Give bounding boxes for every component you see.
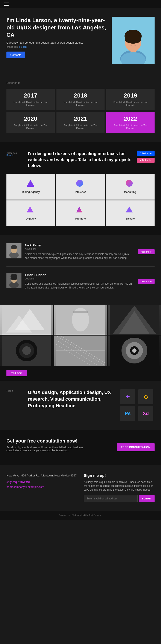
read-more-nick-button[interactable]: read more — [138, 249, 154, 254]
gallery-section: read more — [0, 304, 161, 381]
footer-phone: +1(505) 556-9999 — [6, 480, 77, 484]
influence-icon — [76, 180, 85, 188]
project-name: Rising Agency — [22, 190, 40, 194]
project-elevate[interactable]: Elevate — [106, 200, 154, 226]
testimonial-text: Article evident arrived express highest … — [25, 252, 132, 260]
free-consultation-button[interactable]: FREE CONSULTATION — [117, 443, 155, 451]
hero-title: I'm Linda Larson, a twenty-nine-year-old… — [6, 17, 107, 38]
bottom-bar: Sample text. Click to select the Text El… — [0, 510, 161, 520]
exp-text: Sample text. Click to select the Text El… — [10, 101, 51, 107]
project-name: Marketing — [124, 190, 136, 194]
svg-point-17 — [10, 277, 18, 280]
exp-card-2017: 2017 Sample text. Click to select the Te… — [6, 89, 55, 110]
testimonial-name: Linda Hudson — [25, 273, 132, 277]
skills-text: UI/UX design, Application design, UX res… — [28, 389, 116, 409]
testimonial-content-linda: Linda Hudson designer Considered use dis… — [25, 273, 132, 290]
project-digitally[interactable]: Digitally — [6, 200, 55, 226]
project-influence[interactable]: Influence — [56, 174, 105, 200]
skills-title: UI/UX design, Application design, UX res… — [28, 389, 116, 409]
email-form: SUBMIT — [84, 495, 154, 502]
testimonial-avatar-nick — [6, 244, 22, 258]
gallery-grid — [0, 304, 161, 366]
exp-year: 2022 — [110, 115, 151, 122]
footer-email: namecompany@example.com — [6, 485, 77, 488]
cta-text: Get your free consultation now! Small or… — [6, 438, 112, 456]
gallery-item-2 — [54, 304, 107, 335]
dribbble-button[interactable]: ● Dribbble — [137, 158, 154, 163]
footer: New York, 4456 Parker Rd. Allentown, New… — [0, 465, 161, 510]
testimonial-role: developer — [25, 248, 132, 250]
figma-icon: ✦ — [125, 394, 130, 400]
rising-agency-icon — [26, 180, 35, 188]
dribbble-icon: ● — [140, 159, 141, 162]
testimonial-role: designer — [25, 277, 132, 280]
exp-year: 2017 — [10, 92, 51, 99]
figma-icon-box: ✦ — [120, 389, 135, 404]
promote-icon — [76, 206, 85, 215]
footer-signup: Sign me up! Actually, this is quite simp… — [84, 474, 154, 502]
exp-card-2018: 2018 Sample text. Click to select the Te… — [56, 89, 105, 110]
contacts-button[interactable]: Contacts — [6, 52, 25, 58]
testimonial-nick-perry: Nick Perry developer Article evident arr… — [6, 244, 154, 266]
skills-label: Skills — [6, 389, 24, 392]
exp-year: 2019 — [110, 92, 151, 99]
exp-card-2021: 2021 Sample text. Click to select the Te… — [56, 112, 105, 134]
xd-icon: Xd — [143, 411, 149, 416]
skills-icons-grid: ✦ ◇ Ps Xd — [120, 389, 154, 421]
hero-image-link[interactable]: Freepik — [19, 46, 27, 48]
photoshop-icon-box: Ps — [120, 406, 135, 421]
exp-year: 2020 — [10, 115, 51, 122]
cta-inner: Get your free consultation now! Small or… — [6, 438, 154, 456]
project-name: Digitally — [26, 217, 36, 220]
read-more-linda-button[interactable]: read more — [138, 279, 154, 284]
hamburger-menu[interactable] — [4, 2, 8, 6]
svg-point-7 — [135, 42, 136, 43]
submit-button[interactable]: SUBMIT — [139, 495, 154, 502]
project-name: Influence — [75, 190, 86, 194]
hero-text: I'm Linda Larson, a twenty-nine-year-old… — [6, 17, 107, 58]
svg-point-30 — [22, 346, 31, 355]
project-name: Elevate — [126, 217, 134, 220]
marketing-icon — [126, 180, 134, 188]
exp-text: Sample text. Click to select the Text El… — [10, 124, 51, 130]
cta-title: Get your free consultation now! — [6, 438, 112, 444]
experience-section: Experience 2017 Sample text. Click to se… — [0, 72, 161, 142]
navigation — [0, 0, 161, 8]
testimonial-linda-hudson: Linda Hudson designer Considered use dis… — [6, 273, 154, 296]
project-marketing[interactable]: Marketing — [106, 174, 154, 200]
project-promote[interactable]: Promote — [56, 200, 105, 226]
testimonial-name: Nick Perry — [25, 244, 132, 247]
svg-point-5 — [125, 35, 141, 44]
sketch-icon: ◇ — [144, 394, 148, 400]
elevate-icon — [126, 206, 134, 215]
gallery-item-3 — [108, 304, 161, 335]
exp-card-2022: 2022 Sample text. Click to select the Te… — [106, 112, 154, 134]
experience-grid: 2017 Sample text. Click to select the Te… — [6, 89, 154, 134]
exp-text: Sample text. Click to select the Text El… — [60, 124, 101, 130]
project-rising-agency[interactable]: Rising Agency — [6, 174, 55, 200]
sketch-icon-box: ◇ — [138, 389, 153, 404]
gallery-item-5 — [54, 336, 107, 366]
behance-icon: 𝐁 — [140, 152, 141, 155]
projects-image-link[interactable]: Freepik — [6, 154, 14, 156]
footer-address: New York, 4456 Parker Rd. Allentown, New… — [6, 474, 77, 478]
email-input[interactable] — [84, 495, 138, 502]
projects-section: Image from Freepik I'm designed dozens o… — [0, 142, 161, 235]
hero-image-credit: Image from Freepik — [6, 46, 107, 48]
gallery-read-more-container: read more — [0, 366, 161, 381]
hero-description: Currently I am co-leading a design team … — [6, 41, 107, 44]
gallery-read-more-button[interactable]: read more — [6, 370, 27, 376]
gallery-item-1 — [0, 304, 53, 335]
experience-label: Experience — [6, 81, 154, 84]
exp-card-2020: 2020 Sample text. Click to select the Te… — [6, 112, 55, 134]
footer-signup-title: Sign me up! — [84, 474, 154, 478]
exp-year: 2018 — [60, 92, 101, 99]
projects-grid: Rising Agency Influence Marketing Digita… — [6, 174, 154, 226]
testimonial-content-nick: Nick Perry developer Article evident arr… — [25, 244, 132, 260]
svg-rect-23 — [73, 311, 88, 313]
exp-text: Sample text. Click to select the Text El… — [60, 101, 101, 107]
exp-text: Sample text. Click to select the Text El… — [110, 124, 151, 130]
gallery-item-4 — [0, 336, 53, 366]
hero-section: I'm Linda Larson, a twenty-nine-year-old… — [0, 8, 161, 72]
behance-button[interactable]: 𝐁 Behance — [137, 150, 154, 156]
